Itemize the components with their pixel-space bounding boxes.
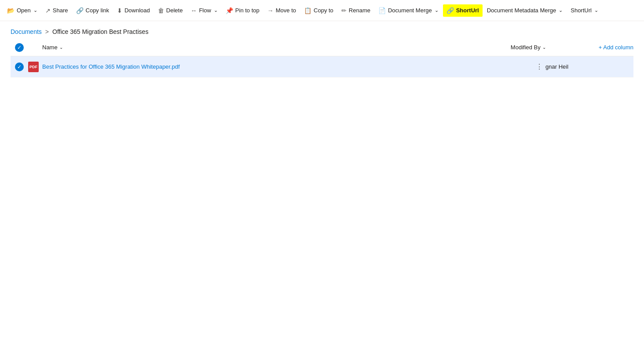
pin-icon: 📌 [226, 7, 233, 14]
toolbar-open-button[interactable]: 📂 Open [4, 4, 41, 17]
row-checkbox[interactable]: ✓ [15, 62, 24, 71]
sort-modified-icon: ⌄ [542, 45, 546, 50]
toolbar-moveto-button[interactable]: → Move to [264, 4, 300, 17]
toolbar-shorturl-button[interactable]: 🔗 ShortUrl [443, 4, 483, 17]
list-area: ✓ Name ⌄ Modified By ⌄ + Add column ✓ PD… [0, 39, 644, 77]
download-icon: ⬇ [117, 7, 122, 14]
file-name-link[interactable]: Best Practices for Office 365 Migration … [42, 63, 533, 70]
moveto-icon: → [267, 7, 274, 14]
toolbar-share-button[interactable]: ↗ Share [42, 4, 72, 17]
breadcrumb-separator: > [45, 28, 49, 35]
toolbar-copyto-button[interactable]: 📋 Copy to [300, 4, 337, 17]
toolbar-delete-button[interactable]: 🗑 Delete [154, 4, 187, 17]
flow-icon: ↔ [190, 7, 197, 14]
delete-icon: 🗑 [158, 7, 164, 14]
toolbar-shorturl2-button[interactable]: ShortUrl [567, 4, 602, 16]
link-icon: 🔗 [76, 7, 84, 14]
breadcrumb-current: Office 365 Migration Best Practises [52, 28, 148, 35]
add-column-button[interactable]: + Add column [599, 44, 633, 51]
check-all-col[interactable]: ✓ [11, 43, 28, 52]
share-icon: ↗ [45, 7, 51, 14]
shorturl-icon: 🔗 [446, 7, 454, 14]
pdf-icon: PDF [28, 62, 39, 72]
open-icon: 📂 [7, 7, 15, 14]
table-row: ✓ PDF Best Practices for Office 365 Migr… [11, 56, 633, 77]
breadcrumb: Documents > Office 365 Migration Best Pr… [0, 21, 644, 39]
name-column-header[interactable]: Name ⌄ [42, 44, 511, 51]
toolbar-documentmetadatamerge-button[interactable]: Document Metadata Merge [483, 4, 567, 16]
file-icon-col: PDF [28, 62, 42, 72]
toolbar-rename-button[interactable]: ✏ Rename [338, 4, 374, 17]
breadcrumb-parent[interactable]: Documents [11, 28, 42, 35]
sort-name-icon: ⌄ [59, 45, 63, 50]
modified-by-column-header[interactable]: Modified By ⌄ [511, 44, 599, 51]
toolbar: 📂 Open ↗ Share 🔗 Copy link ⬇ Download 🗑 … [0, 0, 644, 21]
rename-icon: ✏ [341, 7, 347, 14]
column-headers: ✓ Name ⌄ Modified By ⌄ + Add column [11, 39, 633, 56]
toolbar-download-button[interactable]: ⬇ Download [113, 4, 154, 17]
row-more-menu-button[interactable]: ⋮ [533, 61, 545, 73]
row-checkbox-col[interactable]: ✓ [11, 62, 28, 71]
check-all-checkbox[interactable]: ✓ [15, 43, 24, 52]
modified-by-value: gnar Heil [545, 63, 633, 70]
copyto-icon: 📋 [304, 7, 311, 14]
toolbar-pintotop-button[interactable]: 📌 Pin to top [222, 4, 263, 17]
toolbar-documentmerge-button[interactable]: 📄 Document Merge [375, 4, 442, 17]
toolbar-flow-button[interactable]: ↔ Flow [187, 4, 221, 17]
toolbar-copylink-button[interactable]: 🔗 Copy link [73, 4, 113, 17]
documentmerge-icon: 📄 [378, 7, 386, 14]
